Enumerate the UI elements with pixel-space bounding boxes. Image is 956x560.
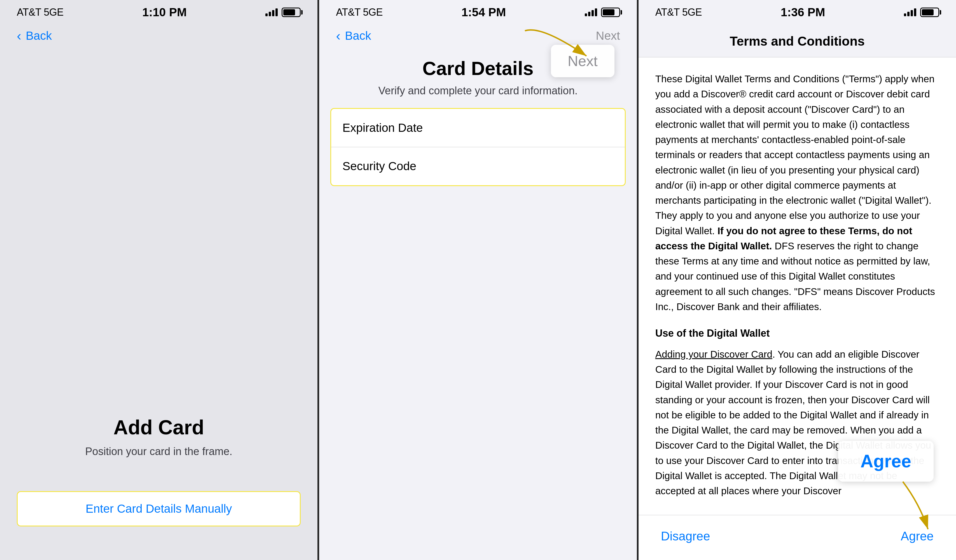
terms-title: Terms and Conditions [655,34,939,49]
battery-icon-2 [601,8,620,17]
time-3: 1:36 PM [781,6,825,19]
adding-discover-card-link: Adding your Discover Card [655,349,772,359]
next-label-faded: Next [596,29,620,42]
battery-fill-3 [922,9,934,16]
carrier-2: AT&T 5GE [336,6,383,18]
terms-body: These Digital Wallet Terms and Condition… [638,57,956,560]
enter-card-manually-button[interactable]: Enter Card Details Manually [17,491,301,526]
security-code-label: Security Code [342,160,416,173]
terms-footer: Disagree Agree [638,515,956,560]
terms-bold-1: If you do not agree to these Terms, do n… [655,225,912,251]
expiration-date-field[interactable]: Expiration Date [331,109,624,147]
status-icons-3 [904,8,939,17]
back-label-2: Back [345,29,371,42]
carrier-3: AT&T 5GE [655,6,702,18]
security-code-field[interactable]: Security Code [331,147,624,185]
time-1: 1:10 PM [142,6,187,19]
battery-fill-2 [603,9,615,16]
screen-terms: AT&T 5GE 1:36 PM Terms and Conditions Th… [637,0,956,560]
next-popup[interactable]: Next [551,45,615,77]
add-card-subtitle: Position your card in the frame. [85,445,232,458]
back-button-2[interactable]: ‹ Back [336,28,371,43]
back-button-1[interactable]: ‹ Back [17,28,52,43]
status-icons-2 [585,8,620,17]
status-bar-2: AT&T 5GE 1:54 PM [319,0,637,22]
agree-popup[interactable]: Agree [838,441,934,482]
screen1-content: Add Card Position your card in the frame… [0,49,318,560]
status-bar-3: AT&T 5GE 1:36 PM [638,0,956,22]
screen-card-details: AT&T 5GE 1:54 PM ‹ Back Next [318,0,637,560]
battery-icon-1 [281,8,301,17]
expiration-date-label: Expiration Date [342,121,423,134]
agree-button[interactable]: Agree [901,529,934,543]
status-bar-1: AT&T 5GE 1:10 PM [0,0,318,22]
signal-bars-2 [585,8,597,16]
status-icons-1 [266,8,301,17]
signal-bars-3 [904,8,916,16]
add-card-title: Add Card [113,416,204,439]
screen-add-card: AT&T 5GE 1:10 PM ‹ Back Add Card Positio… [0,0,318,560]
battery-fill-1 [283,9,295,16]
terms-header: Terms and Conditions [638,22,956,57]
terms-section-heading: Use of the Digital Wallet [655,325,939,341]
screen2-content: Card Details Verify and complete your ca… [319,49,637,560]
card-details-subtitle: Verify and complete your card informatio… [336,85,620,97]
chevron-left-icon-2: ‹ [336,28,340,43]
time-2: 1:54 PM [461,6,506,19]
nav-bar-1: ‹ Back [0,22,318,49]
chevron-left-icon-1: ‹ [17,28,21,43]
signal-bars-1 [266,8,278,16]
disagree-button[interactable]: Disagree [661,529,710,543]
card-form: Expiration Date Security Code [330,108,626,186]
battery-icon-3 [920,8,939,17]
terms-paragraph-1: These Digital Wallet Terms and Condition… [655,71,939,314]
back-label-1: Back [26,29,52,42]
carrier-1: AT&T 5GE [17,6,64,18]
